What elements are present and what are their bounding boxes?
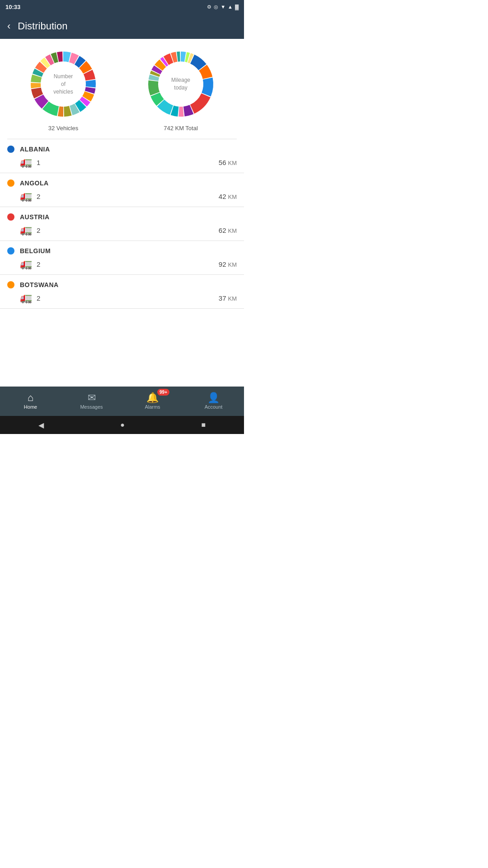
country-header: AUSTRIA <box>7 213 237 221</box>
mileage-chart: Mileage today 742 KM Total <box>145 48 217 132</box>
country-header: BELGIUM <box>7 247 237 255</box>
sys-home-button[interactable]: ● <box>120 421 125 429</box>
country-detail: 🚛 2 62 KM <box>7 224 237 236</box>
mileage-unit: KM <box>228 193 237 200</box>
page-title: Distribution <box>18 20 67 32</box>
mileage-info: 42 KM <box>219 193 237 200</box>
country-name: BOTSWANA <box>20 281 59 288</box>
vehicle-count: 2 <box>37 294 40 302</box>
country-list: ALBANIA 🚛 1 56 KM ANGOLA 🚛 2 <box>0 139 244 309</box>
mileage-donut: Mileage today <box>145 48 217 120</box>
mileage-value: 62 <box>219 226 226 234</box>
sys-recent-button[interactable]: ■ <box>202 421 206 429</box>
vehicle-count: 2 <box>37 226 40 234</box>
nav-alarms-label: Alarms <box>145 404 160 410</box>
country-item[interactable]: AUSTRIA 🚛 2 62 KM <box>0 207 244 241</box>
country-name: AUSTRIA <box>20 213 50 221</box>
country-item[interactable]: BOTSWANA 🚛 2 37 KM <box>0 275 244 309</box>
nav-account[interactable]: 👤 Account <box>183 387 244 416</box>
country-detail-left: 🚛 2 <box>20 258 40 270</box>
mileage-unit: KM <box>228 295 237 302</box>
country-color-dot <box>7 179 14 187</box>
country-name: BELGIUM <box>20 247 51 255</box>
country-item[interactable]: BELGIUM 🚛 2 92 KM <box>0 241 244 275</box>
vehicles-total-label: 32 Vehicles <box>48 125 79 132</box>
mileage-unit: KM <box>228 160 237 166</box>
status-bar: 10:33 ⚙ ◎ ▼ ▲ ▓ <box>0 0 244 14</box>
truck-icon: 🚛 <box>20 190 32 202</box>
country-detail: 🚛 1 56 KM <box>7 156 237 168</box>
country-name: ANGOLA <box>20 179 49 187</box>
country-item[interactable]: ANGOLA 🚛 2 42 KM <box>0 173 244 207</box>
wifi-icon: ▼ <box>221 4 225 9</box>
nav-account-label: Account <box>205 404 223 410</box>
scroll-content[interactable]: Number of vehicles 32 Vehicles Mileage t… <box>0 39 244 387</box>
country-detail: 🚛 2 37 KM <box>7 292 237 304</box>
nav-messages[interactable]: ✉ Messages <box>61 387 122 416</box>
mileage-unit: KM <box>228 227 237 234</box>
country-color-dot <box>7 247 14 255</box>
country-header: ANGOLA <box>7 179 237 187</box>
vehicles-chart: Number of vehicles 32 Vehicles <box>27 48 99 132</box>
mileage-value: 56 <box>219 159 226 166</box>
mileage-info: 92 KM <box>219 260 237 268</box>
home-icon: ⌂ <box>28 393 33 403</box>
truck-icon: 🚛 <box>20 224 32 236</box>
nav-alarms[interactable]: 99+ 🔔 Alarms <box>122 387 183 416</box>
mileage-info: 62 KM <box>219 226 237 234</box>
country-detail-left: 🚛 2 <box>20 190 40 202</box>
mileage-center-label: Mileage today <box>171 76 190 92</box>
back-button[interactable]: ‹ <box>7 21 10 31</box>
truck-icon: 🚛 <box>20 292 32 304</box>
vehicle-count: 1 <box>37 159 40 166</box>
country-item[interactable]: ALBANIA 🚛 1 56 KM <box>0 139 244 173</box>
status-time: 10:33 <box>5 4 20 10</box>
country-header: BOTSWANA <box>7 281 237 288</box>
country-detail: 🚛 2 92 KM <box>7 258 237 270</box>
nav-messages-label: Messages <box>80 404 103 410</box>
vehicle-count: 2 <box>37 260 40 268</box>
country-detail: 🚛 2 42 KM <box>7 190 237 202</box>
mileage-info: 56 KM <box>219 159 237 166</box>
country-detail-left: 🚛 2 <box>20 292 40 304</box>
vehicle-count: 2 <box>37 193 40 200</box>
country-name: ALBANIA <box>20 146 50 153</box>
mileage-value: 42 <box>219 193 226 200</box>
page-header: ‹ Distribution <box>0 14 244 39</box>
country-color-dot <box>7 281 14 288</box>
mileage-info: 37 KM <box>219 294 237 302</box>
sys-back-button[interactable]: ◀ <box>38 421 44 429</box>
signal-icon: ▲ <box>228 4 233 9</box>
alarms-icon: 🔔 <box>146 393 159 403</box>
mileage-unit: KM <box>228 261 237 268</box>
battery-icon: ▓ <box>235 4 239 9</box>
messages-icon: ✉ <box>88 393 96 403</box>
vehicles-donut: Number of vehicles <box>27 48 99 120</box>
mileage-total-label: 742 KM Total <box>164 125 198 132</box>
country-detail-left: 🚛 2 <box>20 224 40 236</box>
vehicles-center-label: Number of vehicles <box>53 73 73 95</box>
country-color-dot <box>7 213 14 221</box>
bottom-nav: ⌂ Home ✉ Messages 99+ 🔔 Alarms 👤 Account <box>0 387 244 416</box>
nav-home[interactable]: ⌂ Home <box>0 387 61 416</box>
at-icon: ◎ <box>214 4 218 10</box>
mileage-value: 37 <box>219 294 226 302</box>
truck-icon: 🚛 <box>20 258 32 270</box>
mileage-value: 92 <box>219 260 226 268</box>
charts-area: Number of vehicles 32 Vehicles Mileage t… <box>0 39 244 139</box>
account-icon: 👤 <box>207 393 220 403</box>
truck-icon: 🚛 <box>20 156 32 168</box>
status-icons: ⚙ ◎ ▼ ▲ ▓ <box>207 4 239 10</box>
alarms-badge: 99+ <box>157 389 169 396</box>
country-color-dot <box>7 146 14 153</box>
country-detail-left: 🚛 1 <box>20 156 40 168</box>
system-nav: ◀ ● ■ <box>0 416 244 434</box>
main-content: Number of vehicles 32 Vehicles Mileage t… <box>0 39 244 387</box>
nav-home-label: Home <box>24 404 37 410</box>
settings-icon: ⚙ <box>207 4 211 10</box>
country-header: ALBANIA <box>7 146 237 153</box>
